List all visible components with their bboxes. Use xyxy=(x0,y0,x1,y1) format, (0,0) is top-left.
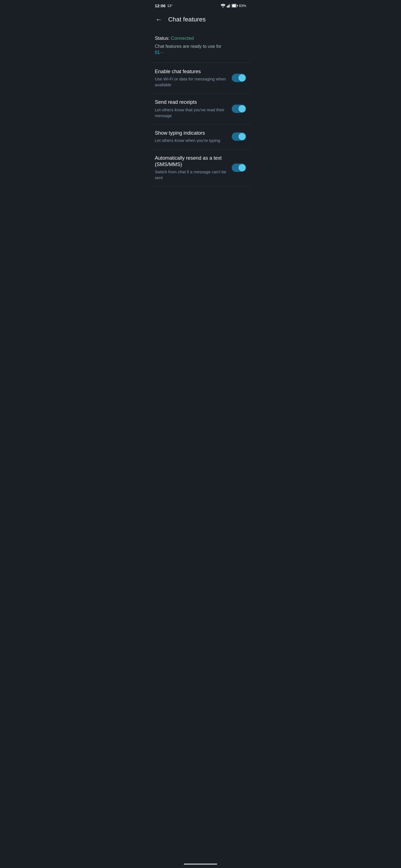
battery-icon xyxy=(232,4,238,7)
status-label: Status: xyxy=(155,36,170,41)
show-typing-subtitle: Let others know when you're typing xyxy=(155,137,227,143)
wifi-icon xyxy=(221,4,226,7)
send-read-receipts-thumb xyxy=(238,105,246,113)
status-time: 12:06 xyxy=(155,3,165,8)
show-typing-content: Show typing indicators Let others know w… xyxy=(155,130,232,143)
status-phone-number: 01··· xyxy=(155,50,164,55)
auto-resend-item[interactable]: Automatically resend as a text (SMS/MMS)… xyxy=(150,149,251,187)
svg-rect-7 xyxy=(237,5,238,6)
show-typing-thumb xyxy=(238,133,246,140)
signal-icon xyxy=(227,4,231,7)
show-typing-toggle[interactable] xyxy=(232,132,246,141)
status-row: Status: Connected xyxy=(155,36,246,41)
status-section: Status: Connected Chat features are read… xyxy=(150,31,251,63)
show-typing-title: Show typing indicators xyxy=(155,130,227,136)
auto-resend-toggle[interactable] xyxy=(232,163,246,172)
auto-resend-title: Automatically resend as a text (SMS/MMS) xyxy=(155,155,227,168)
page-title: Chat features xyxy=(168,16,206,23)
auto-resend-subtitle: Switch from chat if a message can't be s… xyxy=(155,169,227,181)
auto-resend-thumb xyxy=(238,164,246,172)
send-read-receipts-subtitle: Let others know that you've read their m… xyxy=(155,107,227,119)
status-bar-left: 12:06 13° xyxy=(155,3,173,8)
svg-point-0 xyxy=(223,7,224,7)
svg-rect-2 xyxy=(228,5,229,7)
back-button[interactable]: ← xyxy=(152,13,165,26)
send-read-receipts-item[interactable]: Send read receipts Let others know that … xyxy=(150,93,251,124)
enable-chat-item[interactable]: Enable chat features Use Wi-Fi or data f… xyxy=(150,63,251,93)
send-read-receipts-content: Send read receipts Let others know that … xyxy=(155,99,232,118)
send-read-receipts-toggle[interactable] xyxy=(232,104,246,113)
back-arrow-icon: ← xyxy=(155,16,162,23)
status-temp: 13° xyxy=(167,4,173,8)
svg-rect-1 xyxy=(227,6,228,7)
status-bar: 12:06 13° 83% xyxy=(150,0,251,10)
send-read-receipts-title: Send read receipts xyxy=(155,99,227,105)
content-area: ← Chat features Status: Connected Chat f… xyxy=(150,10,251,203)
status-bar-right: 83% xyxy=(221,4,246,8)
show-typing-item[interactable]: Show typing indicators Let others know w… xyxy=(150,124,251,149)
svg-rect-3 xyxy=(229,4,229,7)
enable-chat-title: Enable chat features xyxy=(155,68,227,75)
enable-chat-toggle[interactable] xyxy=(232,74,246,82)
status-value: Connected xyxy=(171,36,194,41)
settings-list: Enable chat features Use Wi-Fi or data f… xyxy=(150,63,251,187)
status-description: Chat features are ready to use for 01··· xyxy=(155,43,246,56)
svg-rect-4 xyxy=(229,4,230,7)
enable-chat-subtitle: Use Wi-Fi or data for messaging when ava… xyxy=(155,76,227,88)
battery-percent: 83% xyxy=(239,4,246,8)
status-description-text: Chat features are ready to use for xyxy=(155,44,221,49)
auto-resend-content: Automatically resend as a text (SMS/MMS)… xyxy=(155,155,232,181)
app-bar: ← Chat features xyxy=(150,10,251,31)
svg-rect-6 xyxy=(232,4,236,7)
enable-chat-content: Enable chat features Use Wi-Fi or data f… xyxy=(155,68,232,88)
